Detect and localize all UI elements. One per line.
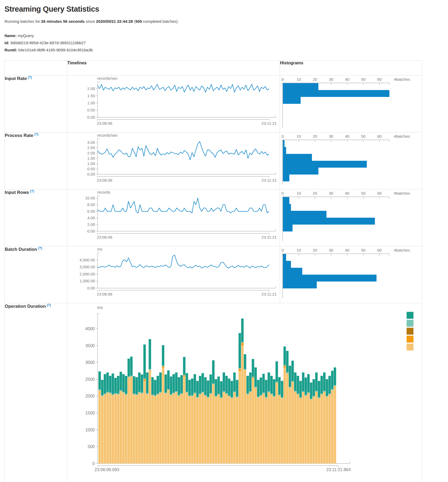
svg-text:60: 60 xyxy=(377,191,382,195)
summary-paren: ( xyxy=(133,19,135,24)
svg-text:20: 20 xyxy=(313,134,317,139)
svg-text:10: 10 xyxy=(297,248,301,252)
legend-swatch-teal xyxy=(406,312,414,319)
svg-text:0: 0 xyxy=(282,134,284,139)
svg-text:60: 60 xyxy=(377,77,382,82)
svg-text:40: 40 xyxy=(345,77,350,82)
summary-middle: since xyxy=(85,19,96,24)
svg-text:3.00: 3.00 xyxy=(87,140,95,145)
svg-text:30: 30 xyxy=(329,77,333,82)
batch-duration-timeline-cell: ms4,000.003,000.002,000.001,000.000.0023… xyxy=(67,246,280,303)
help-icon[interactable]: (?) xyxy=(34,132,38,136)
metric-column-header xyxy=(5,61,67,75)
svg-text:#batches: #batches xyxy=(394,134,410,139)
svg-text:2500: 2500 xyxy=(85,377,95,382)
svg-text:ms: ms xyxy=(97,247,102,251)
batch-duration-timeline-chart: ms4,000.003,000.002,000.001,000.000.0023… xyxy=(67,246,280,303)
svg-text:1.00: 1.00 xyxy=(87,101,95,105)
completed-batch-count: 505 xyxy=(135,19,142,24)
svg-text:0.00: 0.00 xyxy=(87,286,95,290)
svg-text:4.00: 4.00 xyxy=(87,216,95,220)
svg-text:records/sec: records/sec xyxy=(97,76,118,81)
histograms-column-header: Histograms xyxy=(280,61,422,75)
svg-text:23:06:06: 23:06:06 xyxy=(97,121,112,126)
svg-text:0: 0 xyxy=(92,461,95,466)
svg-text:20: 20 xyxy=(313,248,317,252)
svg-text:1.50: 1.50 xyxy=(87,156,95,160)
help-icon[interactable]: (?) xyxy=(28,75,32,79)
input-rate-histogram-cell: 0102030405060#batches xyxy=(280,75,422,132)
svg-text:1000: 1000 xyxy=(85,428,95,432)
query-name-label: Name: xyxy=(4,33,17,38)
statistics-table: Timelines Histograms Input Rate(?) recor… xyxy=(4,60,422,482)
query-id-line: Id: 9d0dd219-995d-423e-b97d-36931110bb27 xyxy=(4,39,444,46)
query-id-value: 9d0dd219-995d-423e-b97d-36931110bb27 xyxy=(11,41,86,45)
metric-label-cell: Input Rate(?) xyxy=(5,75,67,132)
svg-text:23:11:21: 23:11:21 xyxy=(261,178,277,182)
svg-text:50: 50 xyxy=(361,248,366,252)
svg-text:records: records xyxy=(97,190,110,194)
timelines-column-header: Timelines xyxy=(67,61,280,75)
metric-label: Process Rate xyxy=(5,133,33,138)
svg-text:8.00: 8.00 xyxy=(87,202,95,207)
svg-text:30: 30 xyxy=(329,134,333,139)
legend-swatch-light_teal xyxy=(406,320,414,327)
process-rate-timeline-chart: records/sec3.002.502.001.501.000.500.002… xyxy=(67,132,280,189)
svg-text:20: 20 xyxy=(313,191,317,195)
query-runid-label: RunId: xyxy=(4,48,17,52)
svg-text:2.00: 2.00 xyxy=(87,222,95,227)
process-rate-histogram-chart: 0102030405060#batches xyxy=(280,132,422,189)
input-rate-histogram-chart: 0102030405060#batches xyxy=(280,75,422,132)
svg-text:1500: 1500 xyxy=(85,411,95,415)
query-meta: Name: myQuery Id: 9d0dd219-995d-423e-b97… xyxy=(4,32,444,53)
svg-text:60: 60 xyxy=(377,134,382,139)
svg-text:0.00: 0.00 xyxy=(87,172,95,176)
legend-swatch-brown xyxy=(406,328,414,335)
svg-text:1,000.00: 1,000.00 xyxy=(80,279,95,283)
help-icon[interactable]: (?) xyxy=(47,303,51,307)
svg-text:23:06:06.093: 23:06:06.093 xyxy=(94,467,119,472)
metric-label-cell: Process Rate(?) xyxy=(5,132,67,189)
metric-label-cell: Operation Duration(?) xyxy=(5,303,67,482)
batch-duration-histogram-cell: 0102030405060#batches xyxy=(280,246,422,303)
svg-text:23:11:21: 23:11:21 xyxy=(261,235,277,239)
svg-text:2.50: 2.50 xyxy=(87,145,95,150)
svg-text:3,000.00: 3,000.00 xyxy=(80,265,95,269)
svg-text:23:06:06: 23:06:06 xyxy=(97,292,112,296)
svg-text:50: 50 xyxy=(361,77,366,82)
table-row-process-rate: Process Rate(?) records/sec3.002.502.001… xyxy=(5,132,422,189)
metric-label: Input Rate xyxy=(5,76,27,81)
svg-text:6.00: 6.00 xyxy=(87,209,95,213)
svg-text:10.00: 10.00 xyxy=(85,196,95,200)
svg-text:0.50: 0.50 xyxy=(87,108,95,112)
table-row-input-rows: Input Rows(?) records10.008.006.004.002.… xyxy=(5,189,422,246)
operation-duration-cell: ms4000350030002500200015001000500023:06:… xyxy=(67,303,422,482)
query-name-value: myQuery xyxy=(18,33,34,38)
svg-text:50: 50 xyxy=(361,191,366,195)
page-title: Streaming Query Statistics xyxy=(4,5,444,14)
svg-text:#batches: #batches xyxy=(394,248,410,252)
input-rate-timeline-cell: records/sec2.001.501.000.500.0023:06:062… xyxy=(67,75,280,132)
start-timestamp: 2020/05/21 22:44:28 xyxy=(96,19,133,24)
svg-text:2.00: 2.00 xyxy=(87,86,95,91)
help-icon[interactable]: (?) xyxy=(30,189,34,193)
summary-prefix: Running batches for xyxy=(4,19,41,24)
svg-text:23:11:21: 23:11:21 xyxy=(261,292,277,296)
table-row-input-rate: Input Rate(?) records/sec2.001.501.000.5… xyxy=(5,75,422,132)
legend-swatch-tan xyxy=(406,343,414,351)
query-name-line: Name: myQuery xyxy=(4,32,444,39)
running-batches-summary: Running batches for 26 minutes 56 second… xyxy=(4,19,444,24)
svg-text:40: 40 xyxy=(345,248,350,252)
svg-text:30: 30 xyxy=(329,248,333,252)
svg-text:2000: 2000 xyxy=(85,394,95,398)
process-rate-timeline-cell: records/sec3.002.502.001.501.000.500.002… xyxy=(67,132,280,189)
svg-text:4,000.00: 4,000.00 xyxy=(80,258,95,262)
svg-text:3500: 3500 xyxy=(85,343,95,348)
svg-text:0: 0 xyxy=(282,191,284,195)
batch-duration-histogram-chart: 0102030405060#batches xyxy=(280,246,422,303)
svg-text:0: 0 xyxy=(282,248,284,252)
input-rows-timeline-chart: records10.008.006.004.002.000.0023:06:06… xyxy=(67,189,280,246)
help-icon[interactable]: (?) xyxy=(38,246,42,250)
metric-label: Batch Duration xyxy=(5,247,37,252)
running-duration: 26 minutes 56 seconds xyxy=(41,19,84,24)
